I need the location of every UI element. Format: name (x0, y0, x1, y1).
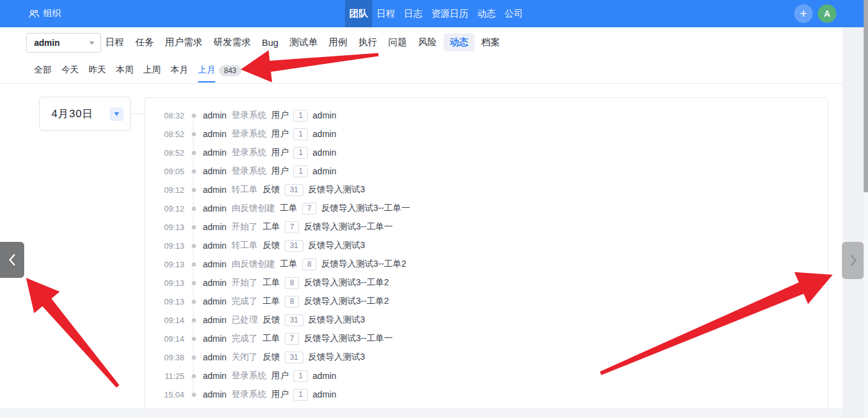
event-object-link[interactable]: admin (313, 389, 336, 399)
subnav-tab-doc[interactable]: 档案 (476, 37, 506, 48)
timeline-dot-icon (192, 262, 196, 267)
timeline-dot-icon (192, 337, 196, 341)
event-object-link[interactable]: 反馈导入测试3 (308, 352, 365, 363)
event-object-link[interactable]: admin (313, 129, 336, 139)
event-user-link[interactable]: admin (203, 315, 226, 325)
date-collapse-button[interactable] (110, 107, 123, 121)
activity-row: 09:13admin完成了工单8反馈导入测试3--工单2 (145, 292, 828, 311)
org-menu-item[interactable]: 组织 (29, 0, 61, 27)
event-object-link[interactable]: admin (313, 166, 336, 176)
event-object-link[interactable]: admin (313, 148, 336, 158)
event-object-link[interactable]: 反馈导入测试3--工单一 (321, 203, 410, 214)
activity-row: 09:12admin转工单反馈31反馈导入测试3 (145, 180, 828, 199)
subnav-tab-issue[interactable]: 问题 (383, 37, 413, 48)
object-id-badge[interactable]: 1 (293, 110, 308, 122)
top-nav-item-resource-calendar[interactable]: 资源日历 (427, 0, 473, 27)
subnav-tab-execution[interactable]: 执行 (353, 37, 383, 48)
object-id-badge[interactable]: 8 (285, 296, 299, 308)
event-object-type: 工单 (262, 296, 280, 307)
top-nav-item-schedule[interactable]: 日程 (372, 0, 400, 27)
event-body: admin由反馈创建工单7反馈导入测试3--工单一 (203, 203, 410, 215)
object-id-badge[interactable]: 31 (285, 184, 303, 196)
event-user-link[interactable]: admin (203, 185, 226, 195)
scope-dropdown[interactable]: admin (26, 33, 101, 53)
top-nav-item-team[interactable]: 团队 (345, 0, 372, 27)
scrollbar-thumb[interactable] (864, 0, 868, 192)
event-object-link[interactable]: 反馈导入测试3 (308, 184, 365, 195)
event-user-link[interactable]: admin (203, 129, 226, 139)
event-user-link[interactable]: admin (203, 241, 226, 251)
chevron-down-icon (114, 112, 119, 116)
subnav-tab-dynamic[interactable]: 动态 (444, 33, 475, 51)
object-id-badge[interactable]: 7 (285, 333, 299, 345)
subnav-tab-story[interactable]: 用户需求 (159, 37, 208, 48)
event-user-link[interactable]: admin (203, 278, 226, 288)
event-object-type: 用户 (271, 147, 289, 158)
subnav-tab-schedule[interactable]: 日程 (100, 37, 130, 48)
event-object-link[interactable]: 反馈导入测试3--工单2 (304, 277, 389, 288)
date-label: 4月30日 (51, 107, 93, 121)
object-id-badge[interactable]: 1 (293, 370, 308, 382)
event-object-link[interactable]: admin (313, 110, 336, 120)
filter-tab-this-week[interactable]: 本周 (111, 58, 138, 83)
event-user-link[interactable]: admin (203, 166, 226, 176)
subnav-tab-testtask[interactable]: 测试单 (284, 37, 323, 48)
event-user-link[interactable]: admin (203, 296, 226, 306)
object-id-badge[interactable]: 31 (285, 240, 303, 252)
event-object-link[interactable]: admin (313, 371, 336, 381)
event-user-link[interactable]: admin (203, 334, 226, 344)
event-user-link[interactable]: admin (203, 222, 226, 232)
object-id-badge[interactable]: 8 (302, 259, 316, 270)
top-nav-item-dynamic[interactable]: 动态 (473, 0, 500, 27)
event-user-link[interactable]: admin (203, 371, 226, 381)
object-id-badge[interactable]: 1 (293, 166, 308, 177)
subnav-tab-case[interactable]: 用例 (323, 37, 353, 48)
object-id-badge[interactable]: 7 (285, 221, 299, 233)
object-id-badge[interactable]: 31 (285, 352, 303, 363)
filter-tab-last-week[interactable]: 上周 (138, 58, 166, 83)
event-object-link[interactable]: 反馈导入测试3 (308, 314, 365, 326)
event-time: 09:14 (145, 316, 184, 325)
activity-row: 09:05admin登录系统用户1admin (145, 162, 828, 180)
date-card: 4月30日 (39, 97, 131, 131)
top-nav-item-company[interactable]: 公司 (500, 0, 527, 27)
object-id-badge[interactable]: 1 (293, 128, 308, 140)
event-body: admin已处理反馈31反馈导入测试3 (203, 314, 365, 326)
subnav-tab-requirement[interactable]: 研发需求 (208, 37, 256, 48)
event-user-link[interactable]: admin (203, 352, 226, 362)
event-time: 09:13 (145, 278, 184, 288)
object-id-badge[interactable]: 1 (293, 389, 308, 401)
event-user-link[interactable]: admin (203, 389, 226, 399)
event-object-link[interactable]: 反馈导入测试3--工单2 (304, 296, 389, 307)
event-user-link[interactable]: admin (203, 148, 226, 158)
event-user-link[interactable]: admin (203, 110, 226, 120)
timeline-dot-icon (192, 188, 196, 192)
event-object-link[interactable]: 反馈导入测试3 (308, 240, 365, 251)
event-action: 登录系统 (231, 128, 266, 140)
top-nav: 团队日程日志资源日历动态公司 (345, 0, 527, 27)
subnav-tab-bug[interactable]: Bug (256, 37, 284, 48)
timeline-dot-icon (192, 225, 196, 229)
object-id-badge[interactable]: 8 (285, 277, 299, 289)
create-button[interactable]: + (794, 4, 813, 23)
filter-tab-yesterday[interactable]: 昨天 (84, 58, 111, 83)
filter-tab-all[interactable]: 全部 (29, 58, 56, 83)
filter-tab-this-month[interactable]: 本月 (166, 58, 193, 83)
event-object-link[interactable]: 反馈导入测试3--工单一 (304, 333, 393, 344)
top-nav-item-log[interactable]: 日志 (400, 0, 427, 27)
subnav-tab-task[interactable]: 任务 (130, 37, 159, 48)
event-user-link[interactable]: admin (203, 203, 226, 213)
object-id-badge[interactable]: 1 (293, 147, 308, 159)
carousel-prev-button[interactable] (0, 242, 24, 278)
carousel-next-button[interactable] (842, 242, 864, 279)
filter-tab-today[interactable]: 今天 (56, 58, 84, 83)
event-user-link[interactable]: admin (203, 259, 226, 269)
object-id-badge[interactable]: 31 (285, 314, 303, 326)
user-avatar[interactable]: A (818, 4, 836, 23)
filter-tab-last-month[interactable]: 上月843 (193, 58, 246, 83)
object-id-badge[interactable]: 7 (302, 203, 316, 215)
event-object-link[interactable]: 反馈导入测试3--工单2 (321, 259, 406, 270)
event-object-link[interactable]: 反馈导入测试3--工单一 (304, 221, 393, 233)
event-action: 开始了 (231, 277, 257, 288)
subnav-tab-risk[interactable]: 风险 (413, 37, 442, 48)
